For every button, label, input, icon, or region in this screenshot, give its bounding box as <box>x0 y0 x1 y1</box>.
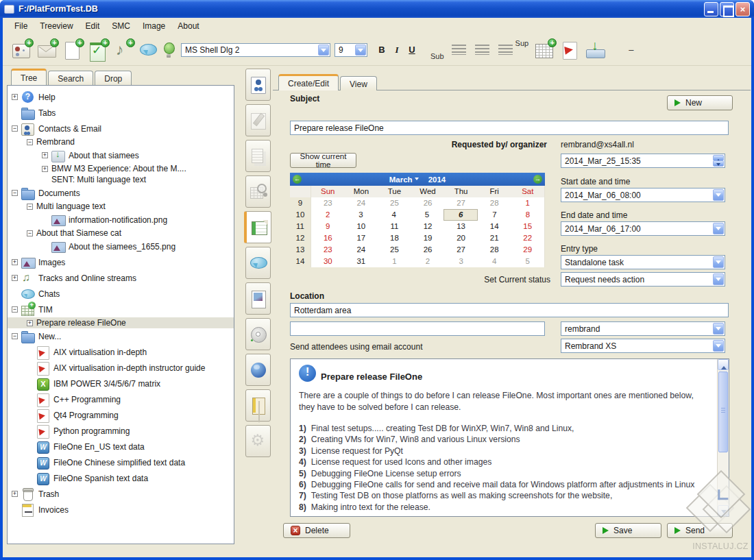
chevron-down-icon[interactable] <box>713 223 724 234</box>
calendar-day-cell[interactable]: 25 <box>378 244 411 256</box>
tree-item[interactable]: About the siamees_1655.png <box>8 239 234 254</box>
chevron-down-icon[interactable] <box>713 256 724 268</box>
subscript-button[interactable]: Sub <box>430 52 444 60</box>
calendar-day-cell[interactable]: 1 <box>378 256 411 267</box>
expander-plus-icon[interactable]: + <box>12 491 18 497</box>
calendar-day-cell[interactable]: 18 <box>378 232 411 244</box>
tree-view[interactable]: +HelpTabs−Contacts & Email−Rembrand+Abou… <box>7 85 234 544</box>
calendar-day-cell[interactable]: 27 <box>444 244 478 256</box>
calendar-day-cell[interactable]: 16 <box>311 232 345 244</box>
calendar-day-cell[interactable]: 3 <box>444 256 478 267</box>
tree-item[interactable]: SENT: Multi language text <box>8 174 234 185</box>
tree-item[interactable]: +Trash <box>8 486 234 502</box>
calendar-day-cell[interactable]: 24 <box>345 244 378 256</box>
vtab-edit[interactable] <box>245 104 271 136</box>
tree-item[interactable]: −New... <box>8 328 234 344</box>
chevron-down-icon[interactable] <box>713 273 724 285</box>
add-contact-icon[interactable] <box>12 41 32 59</box>
expander-minus-icon[interactable]: − <box>12 306 18 313</box>
tab-tree[interactable]: Tree <box>11 69 47 85</box>
end-date-select[interactable]: 2014_Mar_06_17:00 <box>561 221 725 236</box>
tree-item[interactable]: −TIM <box>8 302 234 317</box>
tree-item[interactable]: FileOne Chinese simplified text data <box>8 454 234 470</box>
menu-item-treeview[interactable]: Treeview <box>34 19 79 33</box>
vtab-web[interactable] <box>245 354 271 386</box>
expander-plus-icon[interactable]: + <box>27 320 33 326</box>
entry-type-select[interactable]: Standalone task <box>561 255 725 269</box>
tree-item[interactable]: AIX virtualisation in-depth instructor g… <box>8 360 234 376</box>
calendar-day-cell[interactable]: 28 <box>478 244 511 256</box>
add-email-icon[interactable] <box>38 41 57 59</box>
chevron-down-icon[interactable] <box>355 45 366 56</box>
calendar-day-cell[interactable]: 1 <box>511 197 544 209</box>
tree-item[interactable]: FileOne En_US text data <box>8 439 234 454</box>
tree-item[interactable]: Tabs <box>8 105 234 121</box>
calendar-day-cell[interactable]: 5 <box>511 256 544 267</box>
tree-item[interactable]: FileOne Spanish text data <box>8 470 234 486</box>
menu-item-about[interactable]: About <box>171 19 205 33</box>
expander-minus-icon[interactable]: − <box>12 125 18 132</box>
editor-scrollbar[interactable] <box>717 359 729 516</box>
calendar-day-cell[interactable]: 23 <box>311 244 345 256</box>
tree-item[interactable]: +Prepare release FileOne <box>8 317 234 328</box>
expander-plus-icon[interactable]: + <box>12 259 18 265</box>
maximize-button[interactable] <box>720 2 734 16</box>
calendar-day-cell[interactable]: 2 <box>311 209 344 221</box>
menu-item-image[interactable]: Image <box>136 19 171 33</box>
align-left-icon[interactable] <box>452 45 466 55</box>
calendar-day-cell[interactable]: 25 <box>378 197 411 209</box>
calendar-day-cell[interactable]: 28 <box>478 197 511 209</box>
font-size-select[interactable]: 9 <box>335 43 367 57</box>
scrollbar-thumb[interactable] <box>718 372 728 452</box>
tree-item[interactable]: Qt4 Programming <box>8 407 234 423</box>
tree-item[interactable]: −Rembrand <box>8 136 234 147</box>
expander-minus-icon[interactable]: − <box>27 139 33 145</box>
tree-item[interactable]: information-notification.png <box>8 212 234 228</box>
send-button[interactable]: Send <box>667 523 733 538</box>
font-family-select[interactable]: MS Shell Dlg 2 <box>181 43 330 57</box>
import-icon[interactable] <box>586 41 605 59</box>
minimize-button[interactable] <box>704 2 718 16</box>
scroll-up-icon[interactable] <box>718 359 729 370</box>
tree-item[interactable]: Python programming <box>8 423 234 439</box>
calendar-day-cell[interactable]: 14 <box>478 221 511 232</box>
calendar-next-button[interactable]: → <box>533 175 542 184</box>
expander-minus-icon[interactable]: − <box>12 333 18 339</box>
chevron-down-icon[interactable] <box>713 323 724 334</box>
calendar-day-cell[interactable]: 21 <box>478 232 511 244</box>
calendar-prev-button[interactable]: ← <box>293 175 302 184</box>
calendar-day-cell[interactable]: 17 <box>345 232 378 244</box>
calendar-day-cell[interactable]: 7 <box>478 209 511 221</box>
current-datetime-spinner[interactable]: 2014_Mar_25_15:35 <box>561 154 725 168</box>
tree-item[interactable]: −Documents <box>8 185 234 201</box>
calendar-day-cell[interactable]: 19 <box>411 232 445 244</box>
vtab-docs[interactable] <box>245 389 271 422</box>
expander-minus-icon[interactable]: − <box>12 190 18 196</box>
calendar-day-cell[interactable]: 22 <box>511 232 544 244</box>
calendar-day-cell[interactable]: 4 <box>478 256 511 267</box>
tree-item[interactable]: Chats <box>8 286 234 302</box>
menu-item-file[interactable]: File <box>8 19 34 33</box>
tree-item[interactable]: AIX virtualisation in-depth <box>8 344 234 360</box>
vtab-image[interactable] <box>245 282 271 315</box>
new-button[interactable]: New <box>667 95 733 110</box>
add-track-icon[interactable] <box>114 41 133 59</box>
spin-down-icon[interactable] <box>713 160 724 167</box>
tab-search[interactable]: Search <box>48 71 93 85</box>
calendar-day-cell[interactable]: 27 <box>444 197 478 209</box>
chevron-down-icon[interactable] <box>318 45 329 56</box>
underline-button[interactable]: U <box>404 45 419 55</box>
calendar-day-cell[interactable]: 5 <box>411 209 443 221</box>
align-center-icon[interactable] <box>475 45 489 55</box>
calendar-day-cell[interactable]: 26 <box>411 244 445 256</box>
align-right-icon[interactable] <box>498 45 513 55</box>
status-select[interactable]: Request needs action <box>561 272 725 287</box>
add-task-icon[interactable] <box>88 41 108 59</box>
vtab-chat[interactable] <box>245 247 271 279</box>
calendar-day-cell[interactable]: 6 <box>443 209 478 221</box>
vtab-contact[interactable] <box>245 69 271 101</box>
calendar-day-cell[interactable]: 20 <box>444 232 478 244</box>
vtab-task[interactable] <box>244 211 271 243</box>
location-input[interactable] <box>290 303 729 317</box>
calendar-day-cell[interactable]: 30 <box>311 256 345 267</box>
